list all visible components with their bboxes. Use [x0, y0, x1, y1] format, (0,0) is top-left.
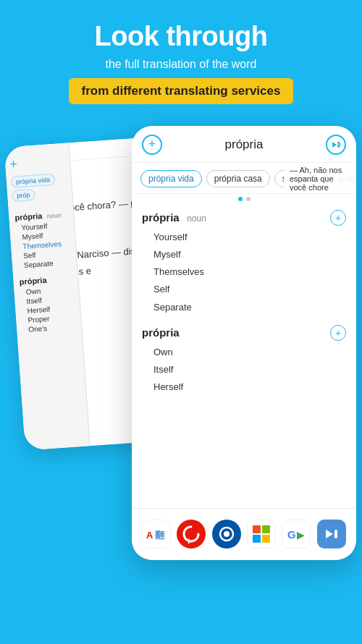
svg-text:翻: 翻 — [154, 530, 164, 541]
toolbar-circle-translate[interactable] — [212, 520, 241, 548]
back-extra-content: — Ah, não nos espanta que você chore — [290, 166, 350, 192]
back-word-pos-1: noun — [46, 211, 62, 219]
toolbar-microsoft[interactable] — [247, 520, 276, 548]
headline: Look through — [14, 22, 348, 52]
dict-section-1-header: própria noun + — [142, 210, 346, 226]
back-extra-text: — Ah, não nos espanta que você chore — [284, 166, 356, 192]
front-chip-1[interactable]: própria vida — [140, 170, 202, 187]
dict-item-itself: Itself — [142, 361, 346, 378]
toolbar-translate-a[interactable]: A 翻 — [142, 520, 171, 548]
dict-section-2-header: própria + — [142, 325, 346, 341]
svg-marker-0 — [332, 142, 337, 148]
dict-item-own: Own — [142, 344, 346, 361]
ms-logo — [253, 525, 270, 543]
dict-item-self: Self — [142, 281, 346, 298]
phone-area: 2:02 16% + própria vida próp própria nou… — [0, 126, 362, 575]
toolbar-reverso[interactable] — [177, 520, 206, 548]
dict-item-yourself: Yourself — [142, 229, 346, 246]
front-header: + própria — [132, 126, 356, 163]
dict-plus-1[interactable]: + — [330, 210, 346, 226]
dict-pos-1: noun — [187, 213, 206, 224]
toolbar-source[interactable] — [317, 520, 346, 548]
reverso-icon — [177, 520, 206, 548]
front-chip-2[interactable]: própria casa — [206, 170, 270, 187]
back-chip-1[interactable]: própria vida — [11, 174, 56, 188]
source-icon — [317, 520, 346, 548]
dict-content: própria noun + Yourself Myself Themselve… — [132, 204, 356, 508]
top-section: Look through the full translation of the… — [0, 0, 362, 119]
back-word-main-1: própria — [14, 211, 43, 222]
dict-word-2: própria — [142, 326, 180, 339]
ms-blue — [253, 535, 261, 543]
back-word-list: própria noun Yourself Myself Themselves … — [8, 202, 82, 339]
google-translate-icon: G ▶ — [282, 520, 311, 548]
svg-text:▶: ▶ — [297, 530, 305, 541]
dict-item-myself: Myself — [142, 246, 346, 263]
back-chips: própria vida próp — [6, 168, 72, 206]
back-word-main-2: própria — [19, 276, 47, 287]
dots-indicator — [132, 194, 356, 204]
dict-section-2: própria + Own Itself Herself — [142, 325, 346, 397]
dict-section-1: própria noun + Yourself Myself Themselve… — [142, 210, 346, 316]
dict-item-herself: Herself — [142, 378, 346, 396]
front-sound-btn[interactable] — [326, 135, 346, 155]
front-word-title: própria — [225, 137, 264, 152]
ms-yellow — [262, 535, 270, 543]
ms-green — [262, 525, 270, 533]
toolbar-google-translate[interactable]: G ▶ — [282, 520, 311, 548]
dot-2 — [246, 197, 251, 201]
dict-word-1: própria — [142, 211, 180, 224]
svg-rect-10 — [334, 530, 337, 538]
svg-text:A: A — [146, 530, 153, 541]
back-chip-2[interactable]: próp — [12, 189, 35, 202]
ms-red — [253, 525, 261, 533]
svg-point-6 — [224, 531, 230, 537]
svg-text:G: G — [287, 528, 296, 541]
dict-plus-2[interactable]: + — [330, 325, 346, 341]
translate-a-icon: A 翻 — [142, 520, 171, 548]
dot-1 — [238, 197, 243, 201]
dict-item-separate: Separate — [142, 299, 346, 316]
microsoft-icon — [247, 520, 276, 548]
bottom-toolbar: A 翻 — [132, 508, 356, 560]
highlight-box: from different translating services — [69, 78, 294, 104]
circle-translate-icon — [212, 520, 241, 548]
subheadline: the full translation of the word — [14, 58, 348, 71]
svg-marker-4 — [188, 538, 191, 544]
front-add-btn[interactable]: + — [142, 135, 162, 155]
dict-item-themselves: Themselves — [142, 263, 346, 281]
svg-marker-9 — [326, 530, 333, 538]
